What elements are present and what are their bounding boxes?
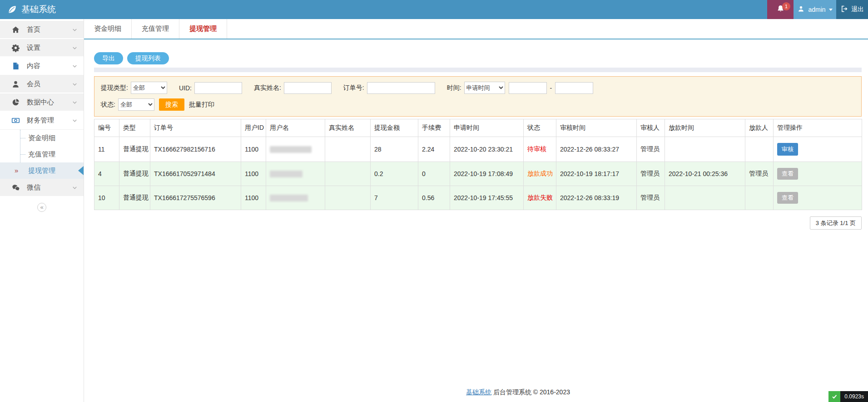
cell-real-name (325, 162, 371, 186)
tab-recharge[interactable]: 充值管理 (132, 19, 179, 39)
cell-order-no: TX166627982156716 (150, 137, 241, 162)
sidebar-item-finance[interactable]: 财务管理 (0, 112, 84, 130)
column-header: 提现金额 (371, 119, 418, 137)
column-header: 审核时间 (556, 119, 637, 137)
cell-payer (745, 137, 774, 162)
date-from-input[interactable] (509, 82, 547, 94)
blurred-username (270, 171, 303, 177)
blurred-username (270, 195, 308, 201)
column-header: 放款人 (745, 119, 774, 137)
cell-audit-time: 2022-12-26 08:33:27 (556, 137, 637, 162)
column-header: 订单号 (150, 119, 241, 137)
notifications-button[interactable]: 1 (767, 0, 794, 19)
toolbar-divider (94, 68, 862, 72)
chevron-down-icon (71, 26, 78, 33)
cell-user-id: 1100 (241, 162, 266, 186)
sidebar-item-label: 会员 (27, 80, 40, 88)
sidebar-item-wechat[interactable]: 微信 (0, 179, 84, 197)
admin-username: admin (808, 6, 825, 13)
logout-button[interactable]: 退出 (836, 0, 868, 19)
money-icon (11, 116, 20, 125)
logout-label: 退出 (851, 5, 864, 14)
cell-username (266, 137, 325, 162)
filter-row-1: 提现类型: 全部 UID: 真实姓名: 订单号: 时间: 申请时间 - (101, 82, 855, 94)
table-header-row: 编号类型订单号用户ID用户名真实姓名提现金额手续费申请时间状态审核时间审核人放款… (94, 119, 862, 137)
trace-leaf-icon[interactable] (828, 391, 840, 402)
sidebar-item-members[interactable]: 会员 (0, 75, 84, 93)
withdraw-list-button[interactable]: 提现列表 (127, 52, 169, 64)
cell-fee: 0.56 (418, 186, 450, 210)
export-button[interactable]: 导出 (94, 52, 123, 64)
cell-apply-time: 2022-10-19 17:08:49 (450, 162, 524, 186)
uid-input[interactable] (194, 82, 242, 94)
logout-icon (840, 5, 848, 14)
date-to-input[interactable] (555, 82, 593, 94)
page-footer: 基础系统 后台管理系统 © 2016-2023 (168, 388, 868, 397)
cell-status: 放款成功 (524, 162, 556, 186)
cell-apply-time: 2022-10-19 17:45:55 (450, 186, 524, 210)
column-header: 申请时间 (450, 119, 524, 137)
user-icon (797, 5, 805, 14)
cell-username (266, 162, 325, 186)
sidebar-item-data-center[interactable]: 数据中心 (0, 93, 84, 112)
table-row: 10普通提现TX166617275576596110070.562022-10-… (94, 186, 862, 210)
realname-input[interactable] (284, 82, 332, 94)
status-label: 状态: (101, 101, 115, 109)
realname-label: 真实姓名: (254, 84, 281, 92)
tab-fund-details[interactable]: 资金明细 (84, 19, 132, 39)
cell-auditor: 管理员 (637, 137, 665, 162)
sidebar-subitem-label: 资金明细 (28, 134, 55, 142)
cell-user-id: 1100 (241, 137, 266, 162)
uid-label: UID: (179, 84, 192, 92)
withdraw-type-select[interactable]: 全部 (131, 82, 167, 94)
cell-real-name (325, 186, 371, 210)
cell-action: 查看 (774, 186, 862, 210)
chevron-down-icon (71, 99, 78, 106)
cell-type: 普通提现 (119, 162, 150, 186)
column-header: 真实姓名 (325, 119, 371, 137)
view-button[interactable]: 查看 (777, 168, 798, 180)
batch-print-link[interactable]: 批量打印 (189, 101, 214, 109)
sidebar-item-home[interactable]: 首页 (0, 21, 84, 39)
cell-pay-time (665, 186, 745, 210)
filter-panel: 提现类型: 全部 UID: 真实姓名: 订单号: 时间: 申请时间 - 状 (94, 76, 862, 117)
cell-status: 待审核 (524, 137, 556, 162)
sidebar: 首页设置内容会员数据中心财务管理资金明细充值管理»提现管理微信 « (0, 19, 84, 402)
tab-withdraw[interactable]: 提现管理 (179, 19, 227, 39)
status-select[interactable]: 全部 (118, 98, 154, 111)
pie-chart-icon (11, 98, 20, 107)
gear-icon (11, 43, 20, 52)
cell-pay-time (665, 137, 745, 162)
cell-audit-time: 2022-10-19 18:17:17 (556, 162, 637, 186)
chevron-down-icon (71, 44, 78, 51)
time-type-select[interactable]: 申请时间 (464, 82, 505, 94)
sidebar-item-content[interactable]: 内容 (0, 57, 84, 75)
audit-button[interactable]: 审核 (777, 143, 798, 156)
app-brand[interactable]: 基础系统 (0, 0, 63, 19)
footer-brand-link[interactable]: 基础系统 (466, 388, 491, 396)
admin-menu[interactable]: admin (794, 0, 836, 19)
content-area: 导出 提现列表 提现类型: 全部 UID: 真实姓名: 订单号: 时间: 申请时… (84, 39, 868, 230)
cell-action: 审核 (774, 137, 862, 162)
cell-apply-time: 2022-10-20 23:30:21 (450, 137, 524, 162)
trace-time: 0.0923s (840, 391, 868, 402)
sidebar-subitem-recharge[interactable]: 充值管理 (0, 146, 84, 162)
column-header: 手续费 (418, 119, 450, 137)
sidebar-item-settings[interactable]: 设置 (0, 39, 84, 57)
sidebar-item-label: 财务管理 (27, 116, 54, 125)
cell-auditor: 管理员 (637, 186, 665, 210)
cell-status: 放款失败 (524, 186, 556, 210)
sidebar-subitem-label: 充值管理 (28, 150, 55, 159)
pagination-info: 3 条记录 1/1 页 (810, 216, 862, 230)
view-button[interactable]: 查看 (777, 192, 798, 204)
order-no-input[interactable] (367, 82, 435, 94)
cell-id: 10 (94, 186, 119, 210)
header-right-group: 1 admin 退出 (767, 0, 868, 19)
cell-order-no: TX166617052971484 (150, 162, 241, 186)
sidebar-collapse-button[interactable]: « (37, 203, 46, 212)
search-button[interactable]: 搜索 (159, 98, 184, 111)
sidebar-subitem-fund-details[interactable]: 资金明细 (0, 130, 84, 146)
cell-type: 普通提现 (119, 137, 150, 162)
sidebar-subitem-withdraw[interactable]: »提现管理 (0, 162, 84, 179)
cell-payer: 管理员 (745, 162, 774, 186)
